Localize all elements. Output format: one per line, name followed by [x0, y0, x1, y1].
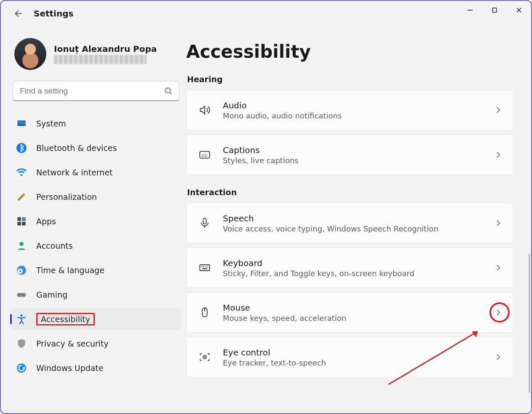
page-title: Accessibility: [186, 41, 513, 62]
gamepad-icon: [16, 289, 27, 300]
card-mouse[interactable]: Mouse Mouse keys, speed, acceleration: [186, 292, 513, 333]
nav-label: Time & language: [36, 266, 104, 275]
nav-label: Network & internet: [36, 168, 112, 177]
card-subtitle: Sticky, Filter, and Toggle keys, on-scre…: [223, 269, 494, 278]
card-subtitle: Mouse keys, speed, acceleration: [223, 314, 494, 323]
nav-item-bluetooth[interactable]: Bluetooth & devices: [11, 137, 181, 159]
person-icon: [16, 240, 27, 251]
svg-point-19: [19, 294, 20, 296]
search-wrap: [13, 81, 179, 101]
card-eye-control[interactable]: Eye control Eye tracker, text-to-speech: [186, 337, 513, 377]
clock-globe-icon: [16, 265, 27, 276]
back-button[interactable]: [13, 8, 23, 19]
wifi-icon: [16, 167, 27, 178]
svg-rect-1: [492, 8, 497, 12]
card-keyboard[interactable]: Keyboard Sticky, Filter, and Toggle keys…: [186, 247, 513, 288]
minimize-button[interactable]: [458, 2, 482, 19]
nav-item-apps[interactable]: Apps: [11, 210, 181, 232]
sidebar: Ionuț Alexandru Popa System Bluetooth & …: [1, 30, 186, 413]
nav-label: Apps: [36, 217, 56, 226]
svg-rect-18: [17, 293, 26, 297]
svg-rect-8: [17, 124, 26, 126]
profile-block[interactable]: Ionuț Alexandru Popa: [11, 35, 181, 78]
nav-label: Accessibility: [36, 313, 95, 325]
nav-item-network[interactable]: Network & internet: [11, 161, 181, 183]
card-title: Speech: [223, 213, 494, 223]
chevron-right-icon: [494, 105, 503, 115]
svg-point-20: [23, 294, 24, 296]
card-title: Audio: [223, 100, 494, 110]
settings-window: Settings Ionuț Alexandru Popa: [0, 0, 532, 414]
section-title-interaction: Interaction: [187, 188, 513, 197]
microphone-icon: [197, 217, 213, 229]
avatar: [14, 38, 46, 70]
card-title: Eye control: [223, 347, 494, 358]
main-content: Accessibility Hearing Audio Mono audio, …: [186, 30, 531, 413]
card-speech[interactable]: Speech Voice access, voice typing, Windo…: [186, 203, 513, 243]
card-title: Captions: [223, 145, 494, 155]
svg-rect-14: [22, 222, 26, 226]
search-input[interactable]: [13, 81, 179, 101]
nav-item-accounts[interactable]: Accounts: [11, 235, 181, 257]
close-button[interactable]: [507, 2, 531, 19]
nav-label: Privacy & security: [36, 339, 109, 348]
nav-item-time-language[interactable]: Time & language: [11, 259, 181, 281]
svg-line-6: [170, 92, 172, 94]
nav-label: System: [36, 119, 66, 128]
nav-item-accessibility[interactable]: Accessibility: [11, 308, 181, 330]
nav-item-personalization[interactable]: Personalization: [11, 186, 181, 208]
nav-label: Windows Update: [36, 363, 104, 373]
card-captions[interactable]: CC Captions Styles, live captions: [186, 134, 513, 175]
svg-text:CC: CC: [202, 153, 208, 158]
nav-item-privacy[interactable]: Privacy & security: [11, 333, 181, 355]
nav-label: Accounts: [36, 241, 73, 250]
audio-icon: [197, 104, 213, 116]
card-subtitle: Voice access, voice typing, Windows Spee…: [223, 224, 494, 233]
svg-rect-12: [22, 217, 26, 221]
svg-point-35: [204, 357, 206, 358]
nav-item-windows-update[interactable]: Windows Update: [11, 357, 181, 379]
svg-point-5: [166, 88, 171, 93]
apps-icon: [16, 216, 27, 227]
bluetooth-icon: [16, 142, 27, 153]
chevron-right-icon: [494, 263, 503, 272]
svg-rect-13: [17, 222, 21, 226]
window-controls: [458, 1, 531, 19]
svg-rect-26: [200, 265, 209, 271]
card-title: Mouse: [223, 303, 494, 313]
nav-label: Bluetooth & devices: [36, 143, 117, 153]
eye-icon: [197, 351, 213, 363]
chevron-right-icon: [494, 218, 503, 228]
card-audio[interactable]: Audio Mono audio, audio notifications: [186, 90, 513, 130]
svg-rect-11: [17, 217, 21, 221]
nav-label: Personalization: [36, 192, 97, 202]
nav-label: Gaming: [36, 290, 67, 299]
keyboard-icon: [197, 262, 213, 274]
search-icon: [164, 87, 173, 95]
shield-icon: [16, 338, 27, 349]
accessibility-icon: [16, 314, 27, 325]
system-icon: [16, 118, 27, 129]
chevron-right-icon: [494, 308, 503, 317]
scrollbar-thumb[interactable]: [529, 254, 530, 393]
card-subtitle: Styles, live captions: [223, 156, 494, 165]
chevron-right-icon: [494, 352, 503, 362]
profile-email-redacted: [54, 55, 147, 64]
nav-item-gaming[interactable]: Gaming: [11, 284, 181, 306]
paintbrush-icon: [16, 191, 27, 202]
nav-item-system[interactable]: System: [11, 113, 181, 134]
maximize-button[interactable]: [482, 2, 507, 19]
captions-icon: CC: [197, 149, 213, 161]
svg-point-10: [21, 174, 23, 176]
update-icon: [16, 363, 27, 374]
app-title: Settings: [34, 8, 73, 19]
card-title: Keyboard: [223, 258, 494, 268]
chevron-right-icon: [494, 150, 503, 159]
card-subtitle: Eye tracker, text-to-speech: [223, 358, 494, 367]
profile-name: Ionuț Alexandru Popa: [54, 44, 157, 54]
header: Settings: [13, 8, 73, 19]
section-title-hearing: Hearing: [187, 75, 513, 84]
nav-list: System Bluetooth & devices Network & int…: [11, 111, 181, 380]
svg-point-15: [19, 242, 24, 246]
card-subtitle: Mono audio, audio notifications: [223, 111, 494, 120]
